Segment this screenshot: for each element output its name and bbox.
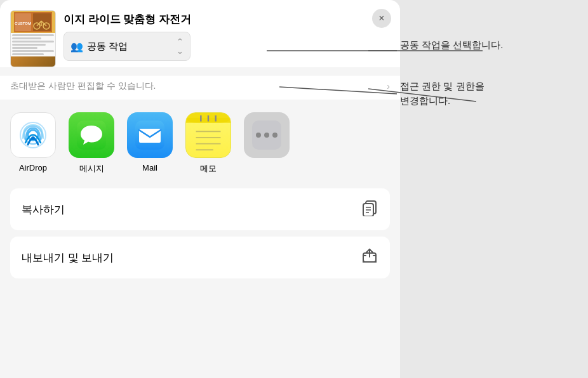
document-title: 이지 라이드 맞춤형 자전거 bbox=[63, 13, 390, 27]
svg-point-30 bbox=[272, 133, 277, 138]
people-icon: 👥 bbox=[70, 41, 83, 53]
share-item-airdrop[interactable]: AirDrop bbox=[10, 112, 56, 173]
mail-icon bbox=[127, 112, 173, 158]
svg-point-29 bbox=[264, 133, 269, 138]
permission-row[interactable]: 초대받은 사람만 편집할 수 있습니다. › bbox=[0, 75, 400, 100]
thumb-image: CUSTOM bbox=[11, 11, 55, 33]
thumb-lines bbox=[11, 33, 55, 56]
annotation-2: 접근 권한 및 권한을변경합니다. bbox=[400, 79, 578, 108]
annotation-1: 공동 작업을 선택합니다. bbox=[400, 38, 578, 53]
annotation-1-text: 공동 작업을 선택합니다. bbox=[400, 39, 504, 50]
messages-icon bbox=[69, 112, 114, 158]
airdrop-label: AirDrop bbox=[19, 163, 47, 173]
share-dialog: CUSTOM bbox=[0, 0, 400, 378]
copy-label: 복사하기 bbox=[22, 202, 65, 217]
copy-action-row[interactable]: 복사하기 bbox=[10, 188, 390, 230]
close-button[interactable]: × bbox=[372, 9, 391, 28]
share-icons-row: AirDrop 메시지 bbox=[10, 112, 390, 174]
action-rows: 복사하기 내보내기 및 보내기 bbox=[0, 181, 400, 286]
close-icon: × bbox=[378, 13, 384, 24]
svg-text:CUSTOM: CUSTOM bbox=[15, 22, 31, 25]
svg-point-28 bbox=[256, 133, 261, 138]
collab-label: 공동 작업 bbox=[87, 41, 173, 53]
dialog-header: CUSTOM bbox=[0, 0, 400, 67]
airdrop-icon bbox=[10, 112, 56, 158]
permission-arrow-icon: › bbox=[387, 81, 390, 91]
share-icons-section: AirDrop 메시지 bbox=[0, 100, 400, 181]
header-top: CUSTOM bbox=[10, 10, 390, 67]
share-item-mail[interactable]: Mail bbox=[127, 112, 173, 173]
notes-icon bbox=[185, 112, 231, 158]
mail-label: Mail bbox=[142, 163, 157, 173]
share-item-more[interactable] bbox=[244, 112, 290, 163]
header-info: 이지 라이드 맞춤형 자전거 👥 공동 작업 ⌃⌄ bbox=[63, 10, 390, 61]
notes-label: 메모 bbox=[200, 163, 217, 174]
svg-rect-15 bbox=[139, 129, 161, 143]
export-icon bbox=[361, 247, 378, 268]
collab-dropdown[interactable]: 👥 공동 작업 ⌃⌄ bbox=[63, 32, 190, 61]
share-item-notes[interactable]: 메모 bbox=[185, 112, 231, 174]
export-action-row[interactable]: 내보내기 및 보내기 bbox=[10, 237, 390, 278]
permission-text: 초대받은 사람만 편집할 수 있습니다. bbox=[10, 81, 383, 92]
annotation-area bbox=[368, 0, 588, 378]
annotation-2-text: 접근 권한 및 권한을변경합니다. bbox=[400, 79, 578, 108]
share-item-messages[interactable]: 메시지 bbox=[69, 112, 114, 174]
svg-point-12 bbox=[31, 136, 35, 140]
export-label: 내보내기 및 보내기 bbox=[22, 251, 114, 265]
copy-icon bbox=[361, 199, 378, 220]
messages-label: 메시지 bbox=[79, 163, 104, 174]
chevron-icon: ⌃⌄ bbox=[177, 37, 184, 56]
document-thumbnail: CUSTOM bbox=[10, 10, 56, 67]
more-icon bbox=[244, 112, 290, 158]
